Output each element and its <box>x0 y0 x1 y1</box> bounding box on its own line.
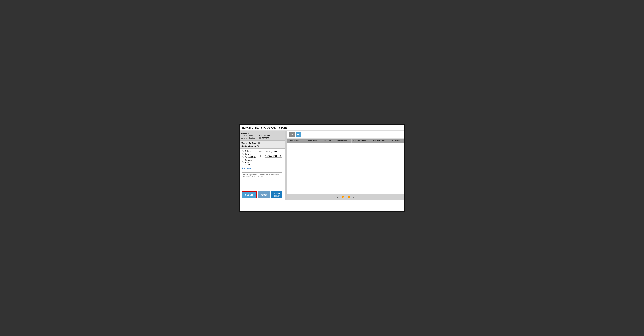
from-label: From <box>260 151 264 153</box>
radio-customer-ref[interactable]: Customer Reference Number <box>242 159 258 165</box>
radio-serial-number[interactable]: Serial Number <box>242 153 258 155</box>
account-name-label: Account Name <box>242 135 258 137</box>
col-line-item-status: Line Item Status <box>352 139 372 143</box>
dates-col: From To <box>260 150 282 171</box>
show-more-link[interactable]: Show More <box>242 167 258 169</box>
table-header: Order Number Order Status Job Type Line … <box>287 139 404 143</box>
grid-view-button[interactable] <box>296 132 301 137</box>
to-date-input[interactable] <box>264 154 282 158</box>
reset-button[interactable]: RESET <box>258 191 270 198</box>
account-number-value: 6088923 <box>262 137 269 139</box>
account-number-label: Account Number <box>242 137 258 139</box>
page-title: REPAIR ORDER STATUS AND HISTORY <box>240 125 404 131</box>
form-inner: Order Number Serial Number Product Model <box>242 150 282 171</box>
form-section: Order Number Serial Number Product Model <box>240 149 284 190</box>
date-to-row: To <box>260 154 282 158</box>
account-section-title: Account <box>242 132 283 134</box>
left-panel: Account Account Name Zebra Internal Acco… <box>240 131 285 200</box>
search-links-section: Search By Status i Custom Search i <box>240 141 284 149</box>
radios-col: Order Number Serial Number Product Model <box>242 150 258 171</box>
textarea-section <box>242 172 282 186</box>
button-row: SUBMIT RESET NEED HELP <box>240 190 284 200</box>
need-help-button[interactable]: NEED HELP <box>271 191 282 198</box>
grid-icon <box>297 133 300 136</box>
col-job-type: Job Type <box>322 139 335 143</box>
col-order-status: Order Status <box>305 139 322 143</box>
radio-serial-number-input[interactable] <box>242 153 244 155</box>
radio-product-model[interactable]: Product Model <box>242 156 258 158</box>
pagination-next-button[interactable]: ⏩ <box>347 196 350 199</box>
radio-customer-ref-input[interactable] <box>242 161 244 163</box>
download-icon <box>290 133 293 136</box>
header-row: Order Number Order Status Job Type Line … <box>287 139 404 143</box>
right-panel: Order Number Order Status Job Type Line … <box>287 131 404 200</box>
app-container: REPAIR ORDER STATUS AND HISTORY Account … <box>239 124 405 212</box>
svg-rect-0 <box>297 134 298 135</box>
search-by-status-info-icon[interactable]: i <box>258 142 260 144</box>
table-container: Order Number Order Status Job Type Line … <box>287 139 404 194</box>
svg-rect-1 <box>298 134 299 135</box>
radio-group: Order Number Serial Number Product Model <box>242 150 258 165</box>
collapse-handle[interactable]: ‹ <box>285 131 287 200</box>
download-button[interactable] <box>289 132 294 137</box>
account-section: Account Account Name Zebra Internal Acco… <box>240 131 284 141</box>
pagination-last-button[interactable]: ⏭ <box>352 196 356 199</box>
account-number-info-icon[interactable]: i <box>259 137 261 139</box>
from-date-input[interactable] <box>264 150 282 153</box>
radio-order-number[interactable]: Order Number <box>242 150 258 152</box>
svg-rect-2 <box>299 134 300 135</box>
to-label: To <box>260 155 264 157</box>
radio-order-number-input[interactable] <box>242 150 244 152</box>
col-line-number: Line Number <box>335 139 352 143</box>
account-name-value: Zebra Internal <box>259 135 270 137</box>
main-layout: Account Account Name Zebra Internal Acco… <box>240 131 404 200</box>
custom-search-info-icon[interactable]: i <box>256 145 259 147</box>
account-name-row: Account Name Zebra Internal <box>242 135 283 137</box>
col-ship-date: Ship Date <box>391 139 404 143</box>
col-line-substatus: Line SubStatus <box>372 139 391 143</box>
submit-button[interactable]: SUBMIT <box>242 191 257 198</box>
toolbar-row <box>287 131 404 139</box>
pagination-row: ⏮ ⏪ ⏩ ⏭ <box>287 194 404 200</box>
radio-product-model-input[interactable] <box>242 156 244 158</box>
results-table: Order Number Order Status Job Type Line … <box>287 139 404 143</box>
values-textarea[interactable] <box>242 172 282 186</box>
pagination-first-button[interactable]: ⏮ <box>336 196 340 199</box>
pagination-prev-button[interactable]: ⏪ <box>341 196 345 199</box>
search-by-status-link[interactable]: Search By Status i <box>242 142 283 144</box>
date-from-row: From <box>260 150 282 153</box>
account-number-row: Account Number i 6088923 <box>242 137 283 139</box>
custom-search-link[interactable]: Custom Search i <box>242 145 283 147</box>
col-order-number: Order Number <box>287 139 305 143</box>
